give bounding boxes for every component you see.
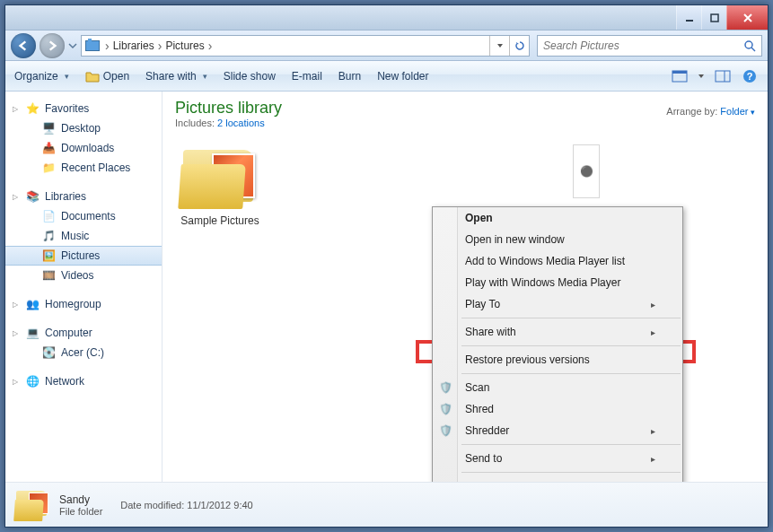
sidebar-item-desktop[interactable]: 🖥️Desktop <box>5 118 162 138</box>
sidebar-libraries[interactable]: 📚Libraries <box>5 187 162 206</box>
recent-icon: 📁 <box>41 161 56 175</box>
sidebar-item-downloads[interactable]: 📥Downloads <box>5 138 162 158</box>
ctx-cut[interactable]: Cut <box>433 475 682 482</box>
downloads-icon: 📥 <box>41 141 56 155</box>
search-box[interactable] <box>537 35 762 57</box>
chevron-right-icon[interactable] <box>154 39 166 53</box>
search-icon <box>743 39 756 52</box>
toolbar: Organize Open Share with Slide show E-ma… <box>5 61 768 92</box>
preview-pane-button[interactable] <box>714 68 732 84</box>
arrange-by: Arrange by: Folder <box>666 106 755 117</box>
svg-rect-5 <box>672 71 687 74</box>
locations-link[interactable]: 2 locations <box>217 118 265 128</box>
folder-icon <box>14 489 50 521</box>
ctx-share-with[interactable]: Share with <box>433 321 682 343</box>
videos-icon: 🎞️ <box>41 268 56 283</box>
maximize-button[interactable] <box>701 5 726 30</box>
ctx-add-wmp[interactable]: Add to Windows Media Player list <box>433 250 682 272</box>
desktop-icon: 🖥️ <box>41 121 56 135</box>
chevron-right-icon[interactable] <box>205 39 216 53</box>
context-menu: Open Open in new window Add to Windows M… <box>432 206 683 482</box>
svg-point-2 <box>745 41 752 48</box>
nav-bar: Libraries Pictures <box>5 31 768 61</box>
ctx-send-to[interactable]: Send to <box>433 448 682 469</box>
refresh-button[interactable] <box>509 36 529 56</box>
ctx-scan[interactable]: 🛡️Scan <box>433 377 682 398</box>
svg-rect-0 <box>686 20 693 22</box>
content-pane: Pictures library Includes: 2 locations A… <box>163 92 768 482</box>
shield-icon: 🛡️ <box>437 423 453 439</box>
share-with-button[interactable]: Share with <box>145 70 207 83</box>
folder-open-icon <box>85 70 100 83</box>
burn-button[interactable]: Burn <box>338 70 361 83</box>
breadcrumb-dropdown[interactable] <box>489 36 509 56</box>
sidebar-computer[interactable]: 💻Computer <box>5 323 162 343</box>
history-dropdown-icon[interactable] <box>68 41 77 50</box>
email-button[interactable]: E-mail <box>292 70 322 83</box>
library-subtitle: Includes: 2 locations <box>175 118 755 128</box>
details-pane: Sandy File folder Date modified: 11/1/20… <box>5 482 768 527</box>
title-bar <box>5 5 768 31</box>
organize-button[interactable]: Organize <box>14 70 69 83</box>
breadcrumb-pictures[interactable]: Pictures <box>165 39 204 52</box>
folder-icon <box>573 144 600 209</box>
network-icon: 🌐 <box>25 374 40 388</box>
computer-icon: 💻 <box>25 326 40 340</box>
breadcrumb-libraries[interactable]: Libraries <box>113 39 154 52</box>
minimize-button[interactable] <box>676 5 701 30</box>
svg-rect-6 <box>716 71 730 82</box>
details-name: Sandy <box>59 493 102 506</box>
ctx-play-wmp[interactable]: Play with Windows Media Player <box>433 272 682 293</box>
folder-label: Sample Pictures <box>175 214 265 227</box>
svg-rect-1 <box>711 14 718 22</box>
back-button[interactable] <box>11 33 36 58</box>
pictures-icon: 🖼️ <box>41 249 56 263</box>
drive-icon: 💽 <box>41 345 56 360</box>
explorer-window: Libraries Pictures Organize Open Share w… <box>4 4 769 528</box>
libraries-icon <box>83 37 101 55</box>
documents-icon: 📄 <box>41 209 56 223</box>
ctx-shredder[interactable]: 🛡️Shredder <box>433 420 682 441</box>
folder-icon <box>180 144 260 209</box>
sidebar-item-recent-places[interactable]: 📁Recent Places <box>5 158 162 178</box>
ctx-play-to[interactable]: Play To <box>433 293 682 315</box>
music-icon: 🎵 <box>41 229 56 243</box>
view-dropdown-icon[interactable] <box>698 73 705 80</box>
arrange-by-dropdown[interactable]: Folder <box>720 106 755 117</box>
folder-item[interactable]: Sample Pictures <box>175 144 265 227</box>
sidebar-item-drive-c[interactable]: 💽Acer (C:) <box>5 343 162 362</box>
shield-icon: 🛡️ <box>437 401 453 417</box>
sidebar-item-music[interactable]: 🎵Music <box>5 226 162 246</box>
sidebar-item-documents[interactable]: 📄Documents <box>5 206 162 226</box>
ctx-restore-previous-versions[interactable]: Restore previous versions <box>433 349 682 371</box>
breadcrumb[interactable]: Libraries Pictures <box>81 35 530 57</box>
sidebar-network[interactable]: 🌐Network <box>5 371 162 391</box>
svg-text:?: ? <box>747 71 753 82</box>
homegroup-icon: 👥 <box>25 297 40 311</box>
help-button[interactable]: ? <box>741 68 759 84</box>
ctx-open[interactable]: Open <box>433 207 682 229</box>
chevron-right-icon[interactable] <box>101 39 113 53</box>
forward-button[interactable] <box>40 33 65 58</box>
details-type: File folder <box>59 506 102 517</box>
open-button[interactable]: Open <box>85 70 129 83</box>
close-button[interactable] <box>726 5 768 30</box>
search-input[interactable] <box>543 39 743 52</box>
sidebar-favorites[interactable]: ⭐Favorites <box>5 99 162 118</box>
ctx-open-new-window[interactable]: Open in new window <box>433 229 682 250</box>
details-modified-value: 11/1/2012 9:40 <box>187 500 252 510</box>
star-icon: ⭐ <box>25 101 40 116</box>
details-modified-label: Date modified: <box>120 500 184 510</box>
new-folder-button[interactable]: New folder <box>377 70 428 83</box>
libraries-icon: 📚 <box>25 189 40 204</box>
ctx-shred[interactable]: 🛡️Shred <box>433 398 682 420</box>
nav-pane: ⭐Favorites 🖥️Desktop 📥Downloads 📁Recent … <box>5 92 163 482</box>
sidebar-homegroup[interactable]: 👥Homegroup <box>5 294 162 314</box>
sidebar-item-pictures[interactable]: 🖼️Pictures <box>5 246 162 266</box>
shield-icon: 🛡️ <box>437 379 453 396</box>
slideshow-button[interactable]: Slide show <box>224 70 276 83</box>
sidebar-item-videos[interactable]: 🎞️Videos <box>5 266 162 285</box>
view-button[interactable] <box>671 68 689 84</box>
svg-line-3 <box>751 48 755 51</box>
